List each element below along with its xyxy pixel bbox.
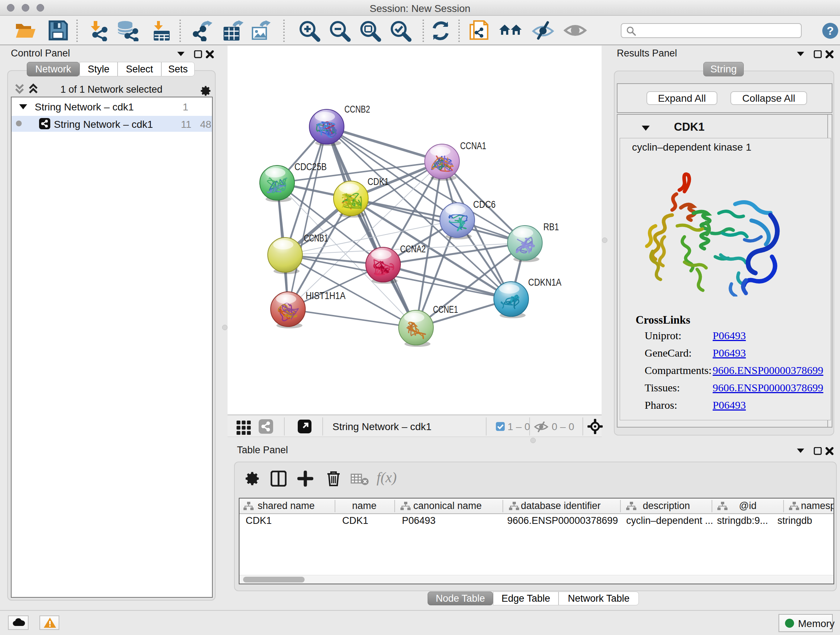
svg-text:CDKN1A: CDKN1A: [528, 277, 561, 288]
svg-text:?: ?: [827, 24, 834, 37]
svg-text:CDC25B: CDC25B: [294, 162, 327, 172]
svg-text:CCNA2: CCNA2: [400, 244, 426, 255]
svg-text:CDK1: CDK1: [368, 176, 389, 187]
svg-text:CDC6: CDC6: [473, 199, 496, 210]
svg-text:CCNB2: CCNB2: [344, 104, 370, 115]
svg-text:RB1: RB1: [543, 222, 559, 233]
svg-text:HIST1H1A: HIST1H1A: [306, 290, 346, 301]
svg-text:CCNE1: CCNE1: [433, 304, 458, 315]
svg-text:CCNB1: CCNB1: [304, 233, 328, 244]
svg-text:CCNA1: CCNA1: [460, 141, 486, 151]
